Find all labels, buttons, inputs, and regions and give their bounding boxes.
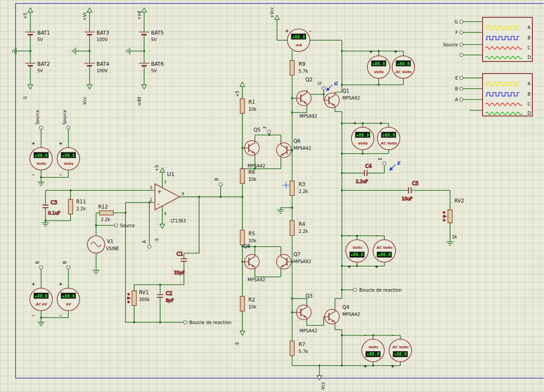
meter-unit: Volts: [358, 141, 368, 145]
capacitor-c4[interactable]: C4 2.2uF: [356, 163, 372, 184]
power-arrow-icon[interactable]: [87, 8, 92, 12]
scope-input-terminal[interactable]: [460, 53, 463, 57]
opamp-minus-sign: -: [157, 201, 159, 207]
transistor-q6[interactable]: Q6 MPSA42: [277, 138, 311, 158]
resistor-r6[interactable]: R6 10k: [240, 169, 257, 183]
part-ref: Q3: [306, 293, 312, 299]
plus-mark: +: [374, 264, 378, 270]
terminal-a[interactable]: [148, 245, 151, 248]
part-value: MPSA92: [299, 114, 317, 119]
scope-input-terminal[interactable]: [460, 76, 463, 80]
part-value: MPSA92: [248, 277, 265, 282]
transistor-q8[interactable]: Q8 MPSA92: [243, 243, 265, 282]
terminal-feedback[interactable]: [353, 288, 357, 292]
voltage-probe-g[interactable]: G: [326, 81, 338, 91]
channel-label: B: [528, 92, 531, 96]
scope-input-terminal[interactable]: [460, 98, 463, 101]
part-ref: R6: [248, 169, 255, 175]
scope-input-label: F: [455, 30, 458, 35]
terminal-source[interactable]: [67, 126, 70, 129]
ground-icon[interactable]: [277, 208, 284, 213]
scope-input-terminal[interactable]: [460, 20, 463, 23]
power-arrow-icon[interactable]: [275, 15, 280, 19]
power-arrow-icon[interactable]: [28, 85, 33, 89]
terminal-f[interactable]: [267, 130, 271, 133]
battery-bat4[interactable]: BAT4 100V: [84, 61, 109, 73]
resistor-r3[interactable]: R3 2.2k: [290, 181, 308, 196]
ground-icon[interactable]: [126, 48, 132, 55]
resistor-r4[interactable]: R4 2.2k: [290, 221, 308, 235]
transistor-q3[interactable]: Q3 MPSA42: [296, 293, 317, 333]
transistor-q4[interactable]: Q4 MPSA42: [324, 304, 360, 325]
power-arrow-icon[interactable]: [142, 85, 147, 89]
plus-mark: +: [58, 281, 62, 287]
power-arrow-icon[interactable]: [87, 85, 92, 89]
part-ref: Q1: [342, 88, 349, 94]
terminal-source[interactable]: [39, 126, 43, 129]
resistor-r1[interactable]: R1 10k: [240, 99, 257, 113]
meter-unit: Volts: [64, 162, 74, 166]
scope-input-terminal[interactable]: [460, 43, 463, 46]
schematic-sheet[interactable]: +5 -5 +Vc -Vcc +vd -vdd +5 -5 +5 -5 +Vcc…: [0, 0, 544, 392]
ground-icon[interactable]: [38, 180, 45, 186]
terminal-source[interactable]: [114, 224, 118, 227]
ground-icon[interactable]: [93, 268, 100, 274]
power-arrow-icon[interactable]: [240, 82, 245, 87]
transistor-q5[interactable]: Q5 MPSA42: [244, 127, 265, 168]
ground-icon[interactable]: [447, 240, 454, 245]
source-v1[interactable]: V1 VSINE: [87, 236, 119, 253]
voltage-probe-e[interactable]: E: [389, 161, 401, 170]
power-arrow-icon[interactable]: [28, 8, 33, 12]
power-label: -5: [23, 96, 28, 100]
resistor-r7[interactable]: R7 5.7k: [290, 341, 308, 356]
opamp-plus-sign: +: [157, 188, 162, 195]
ground-icon[interactable]: [38, 320, 45, 326]
power-arrow-icon[interactable]: [160, 224, 165, 228]
battery-bat6[interactable]: BAT6 5V: [139, 61, 164, 73]
capacitor-c5[interactable]: C5 10uF: [402, 180, 418, 201]
part-ref: R2: [248, 297, 255, 303]
resistor-r12[interactable]: R12 2.2k: [98, 204, 113, 222]
battery-bat3[interactable]: BAT3 100V: [84, 30, 109, 42]
meter-unit: kV: [66, 302, 71, 306]
terminal-b[interactable]: [67, 266, 70, 269]
ammeter[interactable]: +88.8 mA + -: [285, 28, 311, 51]
resistor-r11[interactable]: R11 2.2k: [68, 199, 86, 214]
terminal-b[interactable]: [219, 183, 222, 186]
terminal-feedback[interactable]: [183, 321, 187, 324]
resistor-r2[interactable]: R2 10k: [240, 296, 257, 311]
ground-icon[interactable]: [72, 48, 78, 55]
capacitor-c1[interactable]: C1 33pF: [174, 251, 187, 275]
potentiometer-rv2[interactable]: RV2 1k: [443, 198, 464, 239]
power-arrow-icon[interactable]: [240, 331, 245, 335]
ground-icon[interactable]: [42, 221, 49, 226]
power-arrow-icon[interactable]: [142, 8, 147, 12]
ground-symbols[interactable]: [13, 48, 454, 326]
oscilloscope-1[interactable]: A B C D G F Source: [443, 17, 532, 61]
oscilloscope-2[interactable]: A B C D E B A: [455, 74, 532, 116]
scope-input-label: Source: [443, 42, 458, 47]
pin-number: 3: [150, 186, 152, 190]
terminal-g[interactable]: [322, 87, 325, 90]
scope-input-terminal[interactable]: [460, 87, 463, 90]
terminal-b[interactable]: [39, 266, 43, 269]
scope-input-terminal[interactable]: [460, 31, 463, 34]
meter-reading: +88.8: [356, 133, 369, 138]
channel-label: D: [528, 111, 531, 116]
capacitor-c2[interactable]: C2 8pF: [157, 290, 174, 303]
part-ref: C3: [51, 199, 57, 206]
power-arrow-icon[interactable]: [317, 376, 322, 380]
meter-unit: Volts: [352, 246, 363, 250]
resistor-r9[interactable]: R9 5.7k: [290, 61, 308, 75]
capacitor-c3[interactable]: C3 0.1uF: [42, 199, 60, 215]
power-arrow-icon[interactable]: [160, 168, 165, 172]
battery-bat1[interactable]: BAT1 5V: [25, 30, 50, 42]
resistor-r5[interactable]: R5 10k: [240, 230, 257, 245]
potentiometer-rv1[interactable]: RV1 300k: [127, 289, 150, 305]
battery-bat2[interactable]: BAT2 5V: [25, 61, 50, 73]
battery-bat5[interactable]: BAT5 5V: [139, 30, 164, 42]
terminal-label: F: [263, 126, 267, 129]
terminal-e[interactable]: [383, 162, 386, 165]
part-value: 10k: [248, 305, 257, 309]
transistor-q7[interactable]: Q7 MPSA92: [277, 251, 311, 270]
